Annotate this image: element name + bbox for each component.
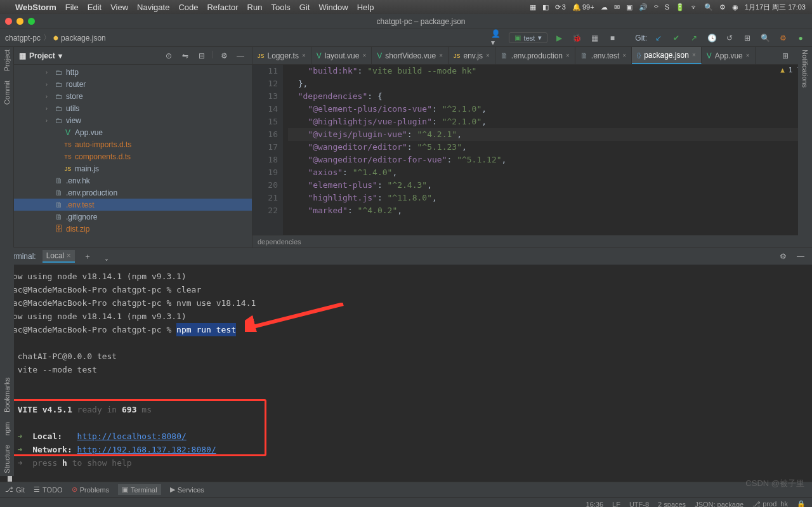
tool-git[interactable]: ⎇ Git [5,485,25,494]
tray-battery-icon[interactable]: 🔋 [676,3,684,11]
debug-button[interactable]: 🐞 [570,32,583,44]
menu-navigate[interactable]: Navigate [137,3,169,12]
editor-tab[interactable]: VshortVideo.vue× [372,47,449,64]
git-commit-icon[interactable]: ✔ [670,32,683,44]
tool-structure[interactable]: Structure [3,445,11,473]
tree-item[interactable]: 🗎.env.hk [14,174,252,187]
gear-icon[interactable]: ⚙ [218,49,230,62]
new-terminal-button[interactable]: ＋ [81,250,94,263]
tray-siri-icon[interactable]: ◉ [732,3,738,11]
tray-updates[interactable]: ⟳3 [555,3,566,11]
tree-item[interactable]: 🗎.env.production [14,187,252,199]
status-indent[interactable]: 2 spaces [658,501,686,508]
tree-item[interactable]: TSauto-imports.d.ts [14,138,252,150]
zoom-button[interactable] [28,18,35,25]
user-icon[interactable]: 👤▾ [491,32,504,44]
tray-notif[interactable]: 🔔99+ [572,3,594,11]
menu-view[interactable]: View [110,3,128,12]
hide-icon[interactable]: — [234,49,247,62]
search-icon[interactable]: 🔍 [759,32,771,44]
tree-item[interactable]: ›🗀http [14,66,252,78]
tray-clock[interactable]: 1月17日 周三 17:03 [745,3,806,12]
status-pos[interactable]: 16:36 [586,501,604,508]
collapse-icon[interactable]: ⊟ [195,49,208,62]
status-lock-icon[interactable]: 🔒 [797,500,806,507]
git-rollback-icon[interactable]: ↺ [723,32,736,44]
tool-project[interactable]: Project [3,49,11,71]
coverage-button[interactable]: ▦ [588,32,601,44]
close-icon[interactable]: × [486,52,490,59]
tool-todo[interactable]: ☰ TODO [34,485,63,494]
project-tree[interactable]: ›🗀http›🗀router›🗀store›🗀utils›🗀viewVApp.v… [14,65,252,247]
breadcrumb-root[interactable]: chatgpt-pc [5,34,41,43]
ide-settings-icon[interactable]: ⊞ [741,32,754,44]
stop-button[interactable]: ■ [606,32,619,44]
tool-notifications[interactable]: Notifications [801,49,809,88]
tree-item[interactable]: TScomponents.d.ts [14,150,252,162]
status-enc[interactable]: UTF-8 [629,501,649,508]
tray-icon[interactable]: ☁ [601,3,608,11]
editor-tab[interactable]: JSLogger.ts× [252,47,311,64]
tree-item[interactable]: 🗎.env.test [14,199,252,211]
close-icon[interactable]: × [302,52,306,59]
tray-icon[interactable]: ▦ [530,3,536,11]
tool-bookmarks[interactable]: Bookmarks [3,378,11,412]
tool-terminal[interactable]: ▣ Terminal [118,484,161,495]
tray-wechat-icon[interactable]: ✉ [614,3,620,11]
ide-gear-icon[interactable]: ⚙ [776,32,789,44]
editor-tab[interactable]: VApp.vue× [702,47,756,64]
terminal-dropdown-icon[interactable]: ˬ [100,250,113,263]
close-icon[interactable]: × [566,52,570,59]
expand-icon[interactable]: ⇋ [179,49,192,62]
close-icon[interactable]: × [362,52,366,59]
tree-item[interactable]: ›🗀store [14,90,252,102]
editor-tab[interactable]: Vlayout.vue× [311,47,372,64]
menu-code[interactable]: Code [178,3,198,12]
network-url[interactable]: http://192.168.137.182:8080/ [77,445,216,454]
status-lang[interactable]: JSON: package [695,501,743,508]
tool-npm[interactable]: npm [3,422,11,435]
local-url[interactable]: http://localhost:8080/ [77,431,187,441]
tool-commit[interactable]: Commit [3,81,11,105]
editor-tab[interactable]: {}package.json× [632,47,702,64]
close-icon[interactable]: × [746,52,750,59]
editor-tab[interactable]: 🗎.env.test× [575,47,632,64]
tree-item[interactable]: 🗎.gitignore [14,211,252,223]
tray-wifi-icon[interactable]: ᯤ [691,3,698,11]
tray-icon[interactable]: ◧ [542,3,549,11]
tray-control-icon[interactable]: ⚙ [719,3,726,11]
menu-git[interactable]: Git [299,3,310,12]
run-button[interactable]: ▶ [553,32,565,44]
close-button[interactable] [5,18,12,25]
tree-item[interactable]: ›🗀router [14,78,252,90]
tree-item[interactable]: VApp.vue [14,126,252,138]
git-history-icon[interactable]: 🕓 [705,32,718,44]
tray-icon[interactable]: ▣ [626,3,632,11]
close-icon[interactable]: × [67,251,71,260]
menu-tools[interactable]: Tools [271,3,290,12]
code-area[interactable]: 111213141516171819202122 "build:hk": "vi… [252,65,812,235]
terminal-body[interactable]: Now using node v18.14.1 (npm v9.3.1)mac@… [0,265,812,482]
menu-help[interactable]: Help [357,3,374,12]
tree-item[interactable]: 🗄dist.zip [14,223,252,235]
editor-tab[interactable]: JSenv.js× [449,47,495,64]
status-lf[interactable]: LF [612,501,620,508]
terminal-tab-local[interactable]: Local × [43,250,75,263]
tab-list-icon[interactable]: ⊞ [779,49,792,62]
menu-edit[interactable]: Edit [88,3,102,12]
editor-tab[interactable]: 🗎.env.production× [495,47,575,64]
close-icon[interactable]: × [622,52,626,59]
run-config-selector[interactable]: ▣ test ▾ [509,32,548,43]
menu-refactor[interactable]: Refactor [207,3,238,12]
locate-icon[interactable]: ⊙ [162,49,175,62]
app-name[interactable]: WebStorm [15,3,56,12]
tool-problems[interactable]: ⊘ Problems [72,485,109,494]
tree-item[interactable]: ›🗀view [14,114,252,126]
tray-search-icon[interactable]: 🔍 [704,3,713,11]
tree-item[interactable]: ›🗀utils [14,102,252,114]
close-icon[interactable]: × [439,52,443,59]
breadcrumb-file[interactable]: package.json [61,34,106,43]
close-icon[interactable]: × [692,51,696,58]
git-pull-icon[interactable]: ↙ [652,32,665,44]
chevron-down-icon[interactable]: ▾ [58,51,62,60]
